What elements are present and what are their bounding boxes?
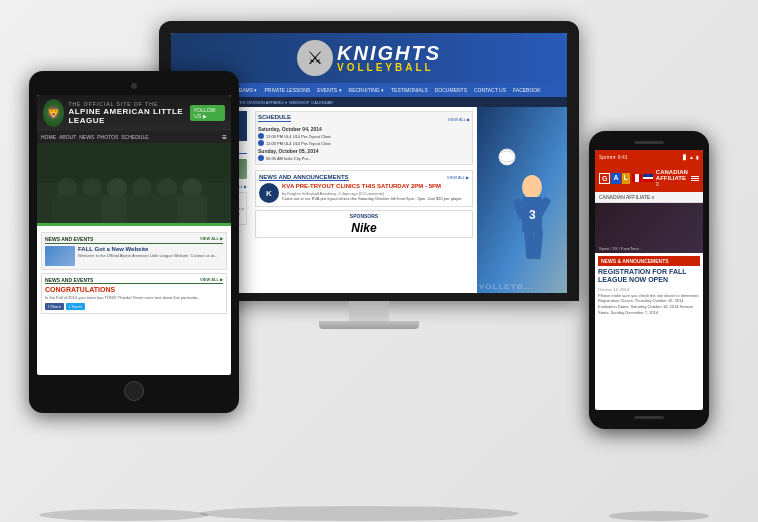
signal-icon: ▊ — [683, 154, 687, 160]
gal-a-block: A — [611, 173, 620, 184]
kva-headline: KVA PRE-TRYOUT CLINICS THIS SATURDAY 2PM… — [282, 183, 462, 189]
nav-contact[interactable]: CONTACT US — [472, 86, 508, 94]
wifi-icon: ▲ — [689, 154, 694, 160]
congrats-title: CONGRATULATIONS — [45, 286, 223, 293]
phone-speaker — [634, 141, 664, 144]
subnav-calendar[interactable]: CALENDAR — [311, 100, 333, 105]
tablet-nav[interactable]: HOME ABOUT NEWS PHOTOS SCHEDULE ≡ — [37, 131, 231, 143]
phone-screen: Sprint ▾ 9:41 ▊ ▲ ▮ G A L — [595, 150, 703, 410]
tablet-logo-icon: 🦁 — [43, 99, 64, 127]
tablet-screen: 🦁 THE OFFICIAL SITE OF THE ALPINE AMERIC… — [37, 95, 231, 375]
phone-flag-icons — [632, 174, 653, 182]
gal-g-block: G — [599, 173, 610, 184]
phone-site-header: G A L CANADIAN AFFILIATE ≡ — [595, 164, 703, 192]
nav-testimonials[interactable]: TESTIMONIALS — [389, 86, 430, 94]
monitor-main-content: SCHEDULE VIEW ALL ▶ Saturday, October 04… — [251, 107, 477, 293]
nav-docs[interactable]: DOCUMENTS — [433, 86, 469, 94]
tablet-content: NEWS AND EVENTS VIEW ALL ▶ FALL Got a Ne… — [37, 228, 231, 318]
facebook-share-btn[interactable]: f Share — [45, 303, 64, 310]
schedule-item-3-text: 06:30 AM Indie City Pro... — [266, 156, 311, 161]
schedule-item-1-text: 12:00 PM UL4 U14 Pre-Tryout Clinic — [266, 134, 331, 139]
phone-hero-caption: Sprint / 9X / FaceTime... — [599, 246, 642, 251]
news-kva-item: K KVA PRE-TRYOUT CLINICS THIS SATURDAY 2… — [259, 183, 469, 203]
phone-news-title: REGISTRATION FOR FALL LEAGUE NOW OPEN — [598, 268, 700, 285]
tablet-follow-button[interactable]: FOLLOW US ▶ — [190, 105, 225, 121]
congrats-text: In the Fall of 2014 your team has TONS! … — [45, 295, 223, 300]
uk-flag-icon — [643, 174, 653, 182]
phone-news-header: NEWS & ANNOUNCEMENTS — [598, 256, 700, 266]
news-events-label-2: NEWS AND EVENTS — [45, 277, 93, 283]
affiliate-label: CANADIAN AFFILIATE ≡ — [599, 194, 655, 200]
news-view-all-link[interactable]: VIEW ALL ▶ — [200, 236, 223, 241]
subnav-apparel[interactable]: DIVISION APPAREL ▾ — [247, 100, 287, 105]
schedule-date-2: Sunday, October 05, 2014 — [258, 148, 470, 154]
svg-point-8 — [499, 149, 515, 165]
schedule-dot-2 — [258, 140, 264, 146]
nav-recruiting[interactable]: RECRUITING ▾ — [347, 86, 387, 94]
phone-hero-section: Sprint / 9X / FaceTime... — [595, 203, 703, 253]
schedule-item-2-text: 12:00 PM UL4 U14 Pre-Tryout Clinic — [266, 141, 331, 146]
monitor-right-column: 3 VOLLEYB... — [477, 107, 567, 293]
green-accent-bar — [37, 223, 231, 226]
phone-hamburger-icon[interactable] — [691, 176, 699, 181]
volleyball-watermark: VOLLEYB... — [479, 282, 533, 291]
monitor-shadow — [199, 506, 519, 521]
social-share-buttons: f Share t Tweet — [45, 303, 223, 310]
gal-logo-blocks: G A L — [599, 173, 630, 184]
schedule-item-1: 12:00 PM UL4 U14 Pre-Tryout Clinic — [258, 133, 470, 139]
congrats-view-all[interactable]: VIEW ALL ▶ — [200, 277, 223, 282]
nav-events[interactable]: EVENTS ▾ — [315, 86, 343, 94]
phone-news-date: October 14, 2014 — [598, 287, 700, 292]
tablet-shadow — [39, 509, 209, 521]
tablet-nav-photos[interactable]: PHOTOS — [97, 134, 118, 140]
kva-body-text: Come out to our KVA pre-tryout clinics t… — [282, 196, 462, 202]
monitor-hero-image: 3 VOLLEYB... — [477, 107, 567, 293]
phone-site-name: CANADIAN AFFILIATE ≡ — [656, 169, 688, 187]
tablet-nav-home[interactable]: HOME — [41, 134, 56, 140]
kva-icon-text: K — [266, 189, 272, 198]
phone-home-indicator[interactable] — [634, 416, 664, 419]
tablet-header-title: ALPINE AMERICAN LITTLE LEAGUE — [68, 107, 186, 125]
schedule-date-1: Saturday, October 04, 2014 — [258, 126, 470, 132]
schedule-view-all[interactable]: VIEW ALL ▶ — [448, 117, 470, 122]
schedule-item-2: 12:00 PM UL4 U14 Pre-Tryout Clinic — [258, 140, 470, 146]
congratulations-box: NEWS AND EVENTS VIEW ALL ▶ CONGRATULATIO… — [41, 273, 227, 314]
tablet-nav-schedule[interactable]: SCHEDULE — [121, 134, 148, 140]
schedule-title: SCHEDULE — [258, 114, 291, 122]
tablet-header-text: THE OFFICIAL SITE OF THE ALPINE AMERICAN… — [68, 101, 186, 125]
twitter-share-btn[interactable]: t Tweet — [66, 303, 85, 310]
menu-line-1 — [691, 176, 699, 177]
nav-facebook[interactable]: FACEBOOK — [511, 86, 543, 94]
svg-text:3: 3 — [529, 208, 536, 222]
subnav-webshop[interactable]: WEBSHOP — [289, 100, 309, 105]
sponsors-box: SPONSORS Nike — [255, 210, 473, 238]
news-events-label: NEWS AND EVENTS — [45, 236, 93, 242]
schedule-dot-1 — [258, 133, 264, 139]
monitor-neck — [349, 301, 389, 321]
knight-logo-icon: ⚔ — [297, 40, 333, 76]
phone-content-area: NEWS & ANNOUNCEMENTS REGISTRATION FOR FA… — [595, 253, 703, 318]
tablet-device: 🦁 THE OFFICIAL SITE OF THE ALPINE AMERIC… — [29, 71, 239, 413]
tablet-nav-news[interactable]: NEWS — [79, 134, 94, 140]
phone-affiliate-bar: CANADIAN AFFILIATE ≡ — [595, 192, 703, 203]
phone-news-body: Please make sure you check the site abov… — [598, 293, 700, 315]
svg-point-1 — [522, 175, 542, 199]
tablet-nav-about[interactable]: ABOUT — [59, 134, 76, 140]
monitor-logo: ⚔ KNIGHTS VOLLEYBALL — [297, 40, 441, 76]
schedule-dot-3 — [258, 155, 264, 161]
monitor-stand — [319, 321, 419, 329]
news-title-header: NEWS AND ANNOUNCEMENTS — [259, 174, 349, 181]
news-view-all[interactable]: VIEW ALL ▶ — [447, 175, 469, 180]
tablet-camera — [131, 83, 137, 89]
nav-lessons[interactable]: PRIVATE LESSONS — [262, 86, 312, 94]
fall-news-box: NEWS AND EVENTS VIEW ALL ▶ FALL Got a Ne… — [41, 232, 227, 270]
knights-title: KNIGHTS — [337, 43, 441, 63]
tablet-outer-shell: 🦁 THE OFFICIAL SITE OF THE ALPINE AMERIC… — [29, 71, 239, 413]
menu-line-3 — [691, 180, 699, 181]
congrats-header: NEWS AND EVENTS VIEW ALL ▶ — [45, 277, 223, 284]
tablet-menu-icon[interactable]: ≡ — [222, 133, 227, 142]
tablet-hero-overlay — [37, 143, 231, 223]
tablet-home-button[interactable] — [124, 381, 144, 401]
sponsors-title: SPONSORS — [258, 213, 470, 219]
phone-logo-area: G A L — [599, 173, 653, 184]
